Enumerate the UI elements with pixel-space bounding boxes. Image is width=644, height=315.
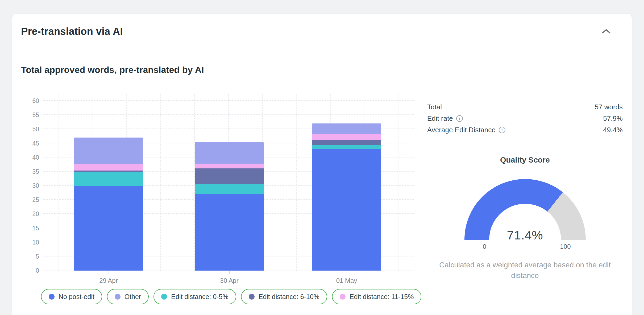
collapse-button[interactable]	[600, 26, 613, 36]
x-axis-tick	[109, 271, 109, 274]
stat-row-total: Total57 words	[427, 101, 623, 113]
gridline-v	[160, 94, 161, 271]
gauge-title: Quality Score	[427, 156, 623, 164]
legend-label: Other	[124, 293, 141, 301]
bar-segment-edit-distance-11-15[interactable]	[195, 164, 264, 168]
y-axis-label: 60	[26, 97, 39, 104]
legend-label: No post-edit	[59, 293, 94, 301]
bar-segment-edit-distance-11-15[interactable]	[312, 134, 381, 139]
info-icon[interactable]: i	[456, 115, 463, 122]
y-axis-label: 10	[26, 239, 39, 246]
stat-row-edit-rate: Edit ratei57.9%	[427, 113, 623, 124]
legend-label: Edit distance: 6-10%	[259, 293, 319, 301]
legend-dot	[161, 294, 167, 300]
y-axis-label: 55	[26, 111, 39, 118]
info-icon[interactable]: i	[499, 127, 505, 133]
legend-label: Edit distance: 11-15%	[350, 293, 414, 301]
bar-segment-edit-distance-6-10[interactable]	[312, 140, 381, 145]
bar-segment-no-post-edit[interactable]	[74, 186, 143, 271]
bar-segment-edit-distance-0-5[interactable]	[195, 184, 264, 194]
stat-label-text: Edit rate	[427, 114, 453, 123]
gridline-v	[398, 94, 398, 271]
stat-row-average-edit-distance: Average Edit Distancei49.4%	[427, 124, 623, 136]
stat-label-text: Average Edit Distance	[427, 126, 496, 134]
gauge-caption: Calculated as a weighted average based o…	[435, 260, 616, 281]
stat-label: Edit ratei	[427, 114, 463, 123]
bar-segment-other[interactable]	[312, 123, 381, 134]
y-axis-label: 20	[26, 210, 39, 217]
legend-pill-other[interactable]: Other	[107, 289, 149, 304]
legend-dot	[115, 294, 121, 300]
legend-dot	[249, 294, 255, 300]
chevron-up-icon	[602, 31, 611, 35]
legend-label: Edit distance: 0-5%	[171, 293, 228, 301]
bar-segment-other[interactable]	[74, 138, 143, 164]
x-axis-tick	[229, 271, 230, 274]
y-axis-label: 45	[26, 140, 39, 147]
section-title: Total approved words, pre-translated by …	[21, 65, 204, 75]
x-axis-label: 30 Apr	[208, 277, 251, 284]
card-header: Pre-translation via AI	[21, 26, 624, 37]
bar-segment-edit-distance-0-5[interactable]	[312, 145, 381, 149]
legend-dot	[49, 294, 55, 300]
page-title: Pre-translation via AI	[21, 26, 123, 37]
stacked-bar-chart: 05101520253035404550556029 Apr30 Apr01 M…	[43, 94, 414, 271]
y-axis-label: 50	[26, 126, 39, 132]
stat-label: Average Edit Distancei	[427, 126, 505, 134]
stat-label: Total	[427, 103, 442, 111]
y-axis-label: 15	[26, 225, 39, 232]
bar-segment-edit-distance-6-10[interactable]	[195, 168, 264, 184]
y-axis-label: 35	[26, 168, 39, 175]
y-axis-label: 5	[26, 253, 39, 260]
summary-panel: Total57 wordsEdit ratei57.9%Average Edit…	[427, 101, 623, 136]
gauge-max-label: 100	[554, 243, 577, 250]
x-axis-label: 29 Apr	[87, 277, 130, 284]
legend-pill-edit-distance-11-15[interactable]: Edit distance: 11-15%	[332, 289, 421, 304]
x-axis-label: 01 May	[325, 277, 368, 284]
stat-value: 57.9%	[603, 114, 623, 123]
stats-block: Total57 wordsEdit ratei57.9%Average Edit…	[427, 101, 623, 136]
bar-segment-other[interactable]	[195, 142, 264, 164]
y-axis-label: 40	[26, 154, 39, 161]
legend-pill-edit-distance-0-5[interactable]: Edit distance: 0-5%	[153, 289, 236, 304]
gridline-v	[296, 94, 297, 271]
quality-score-gauge: 71.4% 0 100	[464, 179, 586, 240]
header-divider	[21, 52, 624, 52]
stat-value: 49.4%	[603, 126, 623, 134]
bar-segment-edit-distance-0-5[interactable]	[74, 172, 143, 186]
legend-pill-no-post-edit[interactable]: No post-edit	[41, 289, 102, 304]
x-axis-tick	[347, 271, 347, 274]
page: { "card": { "title": "Pre-translation vi…	[0, 0, 644, 315]
y-axis-label: 25	[26, 196, 39, 203]
gridline-v	[59, 94, 59, 271]
gauge-value: 71.4%	[464, 228, 586, 242]
stat-label-text: Total	[427, 103, 442, 111]
bar-segment-no-post-edit[interactable]	[195, 194, 264, 271]
gauge-min-label: 0	[473, 243, 497, 250]
chart-legend: No post-editOtherEdit distance: 0-5%Edit…	[41, 289, 421, 304]
legend-pill-edit-distance-6-10[interactable]: Edit distance: 6-10%	[241, 289, 327, 304]
pre-translation-card: Pre-translation via AI Total approved wo…	[12, 13, 632, 315]
gridline-h	[43, 114, 414, 115]
y-axis-label: 30	[26, 182, 39, 189]
gridline-h	[43, 100, 414, 101]
bar-segment-edit-distance-11-15[interactable]	[74, 164, 143, 170]
bar-segment-no-post-edit[interactable]	[312, 149, 381, 271]
bar-segment-edit-distance-6-10[interactable]	[74, 171, 143, 172]
y-axis-label: 0	[26, 267, 39, 274]
legend-dot	[340, 294, 346, 300]
stat-value: 57 words	[595, 103, 623, 111]
